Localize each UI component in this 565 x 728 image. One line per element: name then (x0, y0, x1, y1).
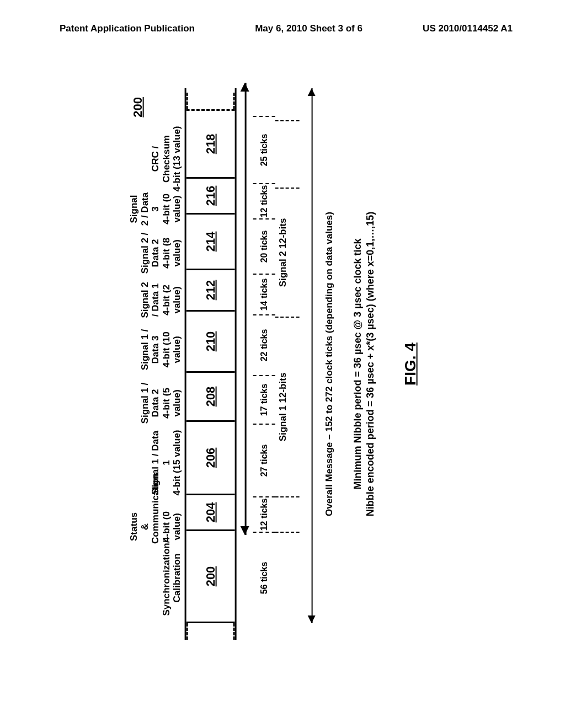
segment-label: Synchronization/ Calibration (161, 533, 185, 623)
ticks-label: 12 ticks (253, 497, 275, 533)
header-left: Patent Application Publication (60, 23, 195, 34)
figure-label: FIG. 4 (401, 88, 419, 640)
segment-label: CRC / Checksum 4-bit (13 value) (150, 126, 185, 192)
segment-label: Signal 1 / Data 3 4-bit (10 value) (139, 320, 184, 379)
note-line: Nibble encoded period = 36 µsec + x*(3 µ… (364, 88, 377, 640)
arrowhead-right-icon (241, 83, 249, 92)
segment-label: Status & Communication 4-bit (0 value) (129, 510, 185, 544)
segment-label: Signal 1 / Data 1 4-bit (15 value) (150, 427, 185, 499)
segment-label: Signal 1 / Data 2 4-bit (5 value) (139, 379, 184, 427)
arrowhead-left-icon (241, 526, 249, 535)
segment-box: 204 (186, 495, 235, 531)
signal-groups-row: Signal 1 12-bits Signal 2 12-bits (275, 88, 300, 640)
page-header: Patent Application Publication May 6, 20… (0, 23, 565, 34)
arrowhead-left-icon (308, 615, 316, 623)
leader-dashes (186, 93, 235, 109)
segment-boxes-row: 200 204 206 208 210 212 214 216 218 (185, 88, 237, 640)
timing-diagram: 200 Synchronization/ Calibration Status … (146, 88, 419, 640)
ticks-label: 14 ticks (253, 275, 275, 315)
ticks-row: 56 ticks 12 ticks 27 ticks 17 ticks 22 t… (253, 88, 275, 640)
ticks-label: 25 ticks (253, 116, 275, 184)
signal-group-label: Signal 2 12-bits (275, 189, 300, 318)
arrowhead-right-icon (308, 88, 316, 96)
ticks-label: 56 ticks (253, 533, 275, 623)
overall-message-arrow (302, 88, 322, 640)
ticks-label: 27 ticks (253, 425, 275, 497)
header-right: US 2010/0114452 A1 (423, 23, 513, 34)
diagram-ref: 200 (131, 97, 145, 117)
signal-group-label: Signal 1 12-bits (275, 318, 300, 497)
segment-label: Signal 2 / Data 3 4-bit (0 value) (129, 192, 185, 226)
segment-box: 212 (186, 270, 235, 312)
segment-box: 214 (186, 215, 235, 270)
segment-box: 216 (186, 179, 235, 215)
segment-label: Signal 2 / Data 2 4-bit (8 value) (139, 226, 184, 280)
segment-box: 200 (186, 531, 235, 623)
header-center: May 6, 2010 Sheet 3 of 6 (255, 23, 363, 34)
segment-label: Signal 2 / Data 1 4-bit (2 value) (139, 280, 184, 320)
time-axis-arrow (237, 88, 253, 640)
note-line: Minimum Nibble period = 36 µsec @ 3 µsec… (351, 88, 364, 640)
ticks-label: 17 ticks (253, 376, 275, 425)
overall-message-text: Overall Message – 152 to 272 clock ticks… (322, 88, 335, 640)
segment-box: 210 (186, 312, 235, 373)
ticks-label: 20 ticks (253, 220, 275, 275)
segment-box: 218 (186, 109, 235, 179)
segment-box: 206 (186, 422, 235, 495)
timing-notes: Minimum Nibble period = 36 µsec @ 3 µsec… (351, 88, 377, 640)
segment-box: 208 (186, 373, 235, 422)
segment-labels-row: Synchronization/ Calibration Status & Co… (146, 88, 185, 640)
leader-dashes (186, 623, 235, 640)
ticks-label: 12 ticks (253, 184, 275, 220)
ticks-label: 22 ticks (253, 315, 275, 376)
